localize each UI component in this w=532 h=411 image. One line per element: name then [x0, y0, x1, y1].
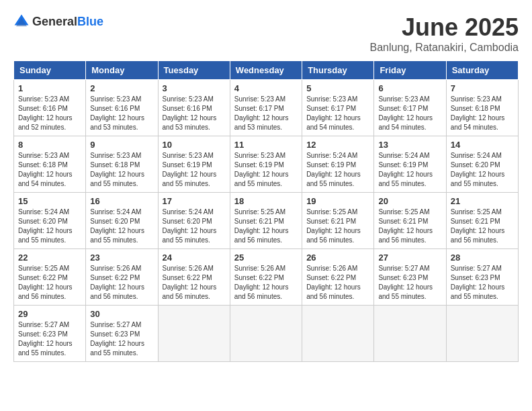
day-number: 26 [306, 253, 369, 263]
daylight-text: Daylight: 12 hours and 56 minutes. [378, 227, 433, 244]
col-sunday: Sunday [14, 61, 86, 80]
daylight-text: Daylight: 12 hours and 55 minutes. [163, 227, 217, 244]
daylight-text: Daylight: 12 hours and 55 minutes. [90, 227, 144, 244]
day-number: 21 [451, 196, 514, 206]
calendar-week-3: 15 Sunrise: 5:24 AM Sunset: 6:20 PM Dayl… [14, 193, 519, 249]
table-row: 25 Sunrise: 5:26 AM Sunset: 6:22 PM Dayl… [230, 249, 302, 306]
table-row [158, 306, 230, 362]
day-number: 18 [234, 196, 298, 206]
sunrise-text: Sunrise: 5:23 AM [163, 95, 214, 103]
day-info: Sunrise: 5:23 AM Sunset: 6:18 PM Dayligh… [90, 151, 153, 189]
sunset-text: Sunset: 6:17 PM [234, 105, 284, 112]
table-row: 19 Sunrise: 5:25 AM Sunset: 6:21 PM Dayl… [302, 193, 374, 249]
daylight-text: Daylight: 12 hours and 54 minutes. [18, 171, 73, 187]
daylight-text: Daylight: 12 hours and 55 minutes. [306, 171, 361, 187]
logo: GeneralBlue [13, 13, 103, 30]
sunset-text: Sunset: 6:22 PM [163, 274, 212, 281]
sunset-text: Sunset: 6:20 PM [18, 218, 68, 225]
day-number: 30 [90, 309, 153, 319]
day-info: Sunrise: 5:24 AM Sunset: 6:19 PM Dayligh… [378, 151, 441, 189]
day-info: Sunrise: 5:25 AM Sunset: 6:22 PM Dayligh… [18, 264, 81, 302]
daylight-text: Daylight: 12 hours and 55 minutes. [378, 283, 433, 300]
table-row: 23 Sunrise: 5:26 AM Sunset: 6:22 PM Dayl… [86, 249, 158, 306]
table-row: 21 Sunrise: 5:25 AM Sunset: 6:21 PM Dayl… [446, 193, 518, 249]
sunrise-text: Sunrise: 5:23 AM [163, 152, 214, 159]
day-number: 19 [306, 196, 369, 206]
day-number: 9 [90, 140, 153, 150]
day-info: Sunrise: 5:23 AM Sunset: 6:18 PM Dayligh… [18, 151, 81, 189]
daylight-text: Daylight: 12 hours and 56 minutes. [18, 283, 73, 300]
table-row: 20 Sunrise: 5:25 AM Sunset: 6:21 PM Dayl… [374, 193, 446, 249]
logo-blue-text: Blue [77, 15, 103, 28]
sunrise-text: Sunrise: 5:24 AM [163, 208, 214, 216]
daylight-text: Daylight: 12 hours and 54 minutes. [378, 114, 433, 131]
day-number: 17 [163, 196, 226, 206]
sunrise-text: Sunrise: 5:24 AM [18, 208, 69, 216]
table-row: 22 Sunrise: 5:25 AM Sunset: 6:22 PM Dayl… [14, 249, 86, 306]
day-info: Sunrise: 5:25 AM Sunset: 6:21 PM Dayligh… [306, 208, 369, 245]
day-info: Sunrise: 5:24 AM Sunset: 6:20 PM Dayligh… [18, 208, 81, 245]
day-info: Sunrise: 5:27 AM Sunset: 6:23 PM Dayligh… [18, 320, 81, 358]
month-title: June 2025 [370, 13, 519, 42]
table-row: 26 Sunrise: 5:26 AM Sunset: 6:22 PM Dayl… [302, 249, 374, 306]
table-row [374, 306, 446, 362]
col-tuesday: Tuesday [158, 61, 230, 80]
day-info: Sunrise: 5:23 AM Sunset: 6:17 PM Dayligh… [378, 95, 441, 132]
day-number: 23 [90, 253, 153, 263]
daylight-text: Daylight: 12 hours and 53 minutes. [234, 114, 289, 131]
table-row: 28 Sunrise: 5:27 AM Sunset: 6:23 PM Dayl… [446, 249, 518, 306]
sunset-text: Sunset: 6:21 PM [451, 218, 500, 225]
sunset-text: Sunset: 6:19 PM [378, 161, 428, 169]
day-info: Sunrise: 5:23 AM Sunset: 6:17 PM Dayligh… [306, 95, 369, 132]
day-info: Sunrise: 5:23 AM Sunset: 6:16 PM Dayligh… [163, 95, 226, 132]
location-title: Banlung, Ratanakiri, Cambodia [370, 42, 519, 54]
sunrise-text: Sunrise: 5:23 AM [90, 95, 141, 103]
day-number: 2 [90, 83, 153, 93]
sunrise-text: Sunrise: 5:27 AM [90, 321, 141, 328]
day-number: 11 [234, 140, 298, 150]
daylight-text: Daylight: 12 hours and 53 minutes. [90, 114, 144, 131]
table-row: 2 Sunrise: 5:23 AM Sunset: 6:16 PM Dayli… [86, 80, 158, 136]
daylight-text: Daylight: 12 hours and 56 minutes. [163, 283, 217, 300]
daylight-text: Daylight: 12 hours and 56 minutes. [234, 227, 289, 244]
table-row: 3 Sunrise: 5:23 AM Sunset: 6:16 PM Dayli… [158, 80, 230, 136]
sunrise-text: Sunrise: 5:23 AM [451, 95, 502, 103]
sunset-text: Sunset: 6:18 PM [18, 161, 68, 169]
table-row: 12 Sunrise: 5:24 AM Sunset: 6:19 PM Dayl… [302, 136, 374, 193]
table-row: 24 Sunrise: 5:26 AM Sunset: 6:22 PM Dayl… [158, 249, 230, 306]
sunset-text: Sunset: 6:22 PM [18, 274, 68, 281]
daylight-text: Daylight: 12 hours and 54 minutes. [306, 114, 361, 131]
day-info: Sunrise: 5:24 AM Sunset: 6:19 PM Dayligh… [306, 151, 369, 189]
day-info: Sunrise: 5:23 AM Sunset: 6:17 PM Dayligh… [234, 95, 298, 132]
sunset-text: Sunset: 6:23 PM [18, 330, 68, 338]
generalblue-logo-icon [13, 13, 30, 30]
sunrise-text: Sunrise: 5:23 AM [306, 95, 357, 103]
sunrise-text: Sunrise: 5:23 AM [18, 152, 69, 159]
day-info: Sunrise: 5:26 AM Sunset: 6:22 PM Dayligh… [90, 264, 153, 302]
sunrise-text: Sunrise: 5:25 AM [451, 208, 502, 216]
day-number: 4 [234, 83, 298, 93]
sunrise-text: Sunrise: 5:27 AM [18, 321, 69, 328]
table-row [230, 306, 302, 362]
day-number: 15 [18, 196, 81, 206]
day-info: Sunrise: 5:25 AM Sunset: 6:21 PM Dayligh… [451, 208, 514, 245]
table-row: 7 Sunrise: 5:23 AM Sunset: 6:18 PM Dayli… [446, 80, 518, 136]
col-thursday: Thursday [302, 61, 374, 80]
daylight-text: Daylight: 12 hours and 54 minutes. [451, 114, 505, 131]
sunset-text: Sunset: 6:21 PM [306, 218, 356, 225]
sunset-text: Sunset: 6:17 PM [378, 105, 428, 112]
daylight-text: Daylight: 12 hours and 56 minutes. [306, 227, 361, 244]
day-number: 12 [306, 140, 369, 150]
title-area: June 2025 Banlung, Ratanakiri, Cambodia [370, 13, 519, 54]
table-row: 29 Sunrise: 5:27 AM Sunset: 6:23 PM Dayl… [14, 306, 86, 362]
sunrise-text: Sunrise: 5:24 AM [378, 152, 429, 159]
page-header: GeneralBlue June 2025 Banlung, Ratanakir… [13, 13, 519, 54]
sunset-text: Sunset: 6:16 PM [90, 105, 140, 112]
sunset-text: Sunset: 6:16 PM [18, 105, 68, 112]
daylight-text: Daylight: 12 hours and 56 minutes. [451, 227, 505, 244]
daylight-text: Daylight: 12 hours and 55 minutes. [451, 171, 505, 187]
col-monday: Monday [86, 61, 158, 80]
day-info: Sunrise: 5:23 AM Sunset: 6:16 PM Dayligh… [90, 95, 153, 132]
table-row: 6 Sunrise: 5:23 AM Sunset: 6:17 PM Dayli… [374, 80, 446, 136]
day-info: Sunrise: 5:26 AM Sunset: 6:22 PM Dayligh… [234, 264, 298, 302]
